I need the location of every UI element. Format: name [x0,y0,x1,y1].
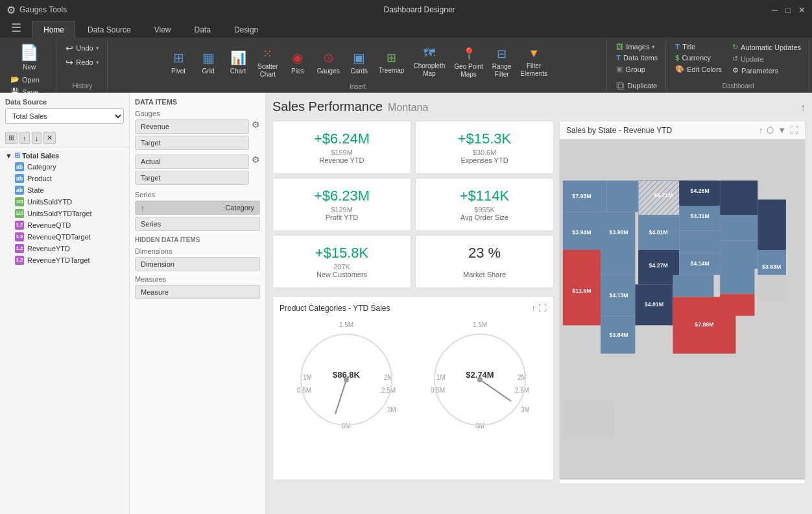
state-ak[interactable] [563,401,614,439]
measures-label: Measures [135,275,260,283]
currency-button[interactable]: $ Currency [671,53,726,63]
label-east: $3.83M [762,263,781,270]
state-nv[interactable] [601,212,635,275]
state-mo[interactable] [720,240,758,269]
gauge-panel-icons[interactable]: ↑ ⛶ [532,303,547,313]
tab-data[interactable]: Data [184,21,222,38]
tree-item-state[interactable]: ab State [5,184,124,196]
chart-button[interactable]: 📊 Chart [224,42,252,83]
tab-view[interactable]: View [143,21,182,38]
grid-button[interactable]: ▦ Grid [194,42,222,83]
rangefilter-button[interactable]: ⊟ RangeFilter [488,42,515,83]
gauge-settings-1-icon[interactable]: ⚙ [252,119,260,130]
gauge-revenue-item[interactable]: Revenue [135,119,249,134]
gauges-button[interactable]: ⊙ Gauges [313,42,344,83]
state-mn[interactable] [720,180,758,215]
tab-datasource[interactable]: Data Source [77,21,142,38]
series-category-item[interactable]: ↑ Category [135,201,260,215]
state-ok[interactable] [673,275,713,297]
state-east1[interactable] [758,250,786,275]
state-ne[interactable] [679,231,720,253]
state-ia[interactable] [720,215,758,241]
ribbon-menu-btn[interactable]: ☰ [11,21,21,35]
state-ar[interactable] [720,269,754,294]
item-label: Measure [141,288,169,296]
gauge-fullscreen-icon[interactable]: ⛶ [538,303,547,313]
undo-button[interactable]: ↩ Undo ▾ [62,42,102,55]
datasource-select[interactable]: Total Sales [5,108,124,124]
state-la[interactable] [720,294,754,316]
open-button[interactable]: 📂 Open [6,74,52,85]
tree-item-revenueqtd[interactable]: 1.2 RevenueQTD [5,219,124,231]
minimize-btn[interactable]: ─ [772,5,778,15]
tree-item-unitsytdtarget[interactable]: 123 UnitsSoldYTDTarget [5,208,124,219]
new-button[interactable]: 📄 New [6,42,52,73]
gauge-export-icon[interactable]: ↑ [532,303,536,313]
svg-text:1.5M: 1.5M [339,321,353,328]
redo-button[interactable]: ↪ Redo ▾ [62,56,102,69]
gauge-target2-item[interactable]: Target [135,171,249,185]
tree-root[interactable]: ▼ ⊞ Total Sales [5,150,124,161]
hidden-section-title: Hidden Data Items [135,236,260,243]
gauge-settings-2-icon[interactable]: ⚙ [252,154,260,165]
map-export-icon[interactable]: ↑ [759,125,763,135]
dimension-item[interactable]: Dimension [135,257,260,271]
cards-button[interactable]: ▣ Cards [345,42,374,83]
tree-item-category[interactable]: ab Category [5,161,124,173]
redo-dropdown[interactable]: ▾ [96,59,99,66]
filterelements-icon: ▼ [528,47,540,60]
toolbar-btn-2[interactable]: ↑ [19,132,30,144]
toolbar-btn-1[interactable]: ⊞ [5,132,18,144]
state-id[interactable] [607,180,638,212]
pies-button[interactable]: ◉ Pies [283,42,312,83]
close-btn[interactable]: ✕ [798,5,806,15]
map-layers-icon[interactable]: ⬡ [767,125,774,135]
scatter-button[interactable]: ⁙ ScatterChart [254,42,282,83]
map-filter-icon[interactable]: ▼ [778,125,786,135]
choropleth-button[interactable]: 🗺 ChoroplethMap [409,42,449,83]
svg-text:3M: 3M [387,406,396,413]
type-badge-123: 123 [15,197,24,206]
map-fullscreen-icon[interactable]: ⛶ [790,125,798,135]
tab-home[interactable]: Home [32,21,75,38]
autoupdate-button[interactable]: ↻ Automatic Updates [728,42,805,53]
item-label: Dimension [141,260,174,268]
type-badge-ab: ab [15,186,24,195]
item-label: State [27,186,44,194]
toolbar-btn-4[interactable]: ✕ [43,132,56,144]
update-button[interactable]: ↺ Update [728,53,805,64]
state-east2[interactable] [758,275,786,300]
pivot-icon: ⊞ [173,50,184,66]
group-button[interactable]: ▣ Group [612,64,649,75]
editcolors-button[interactable]: 🎨 Edit Colors [671,64,726,75]
kpi-sub: $955K [426,206,543,214]
gauge-target1-item[interactable]: Target [135,136,249,150]
textbox-button[interactable]: T Data Items [612,53,662,63]
toolbar-btn-3[interactable]: ↓ [32,132,42,144]
pivot-button[interactable]: ⊞ Pivot [164,42,193,83]
tab-design[interactable]: Design [223,21,269,38]
title-button[interactable]: T Title [671,42,726,52]
treemap-button[interactable]: ⊞ Treemap [375,42,409,83]
tree-item-unitsytd[interactable]: 123 UnitsSoldYTD [5,196,124,208]
currency-icon: $ [675,54,679,62]
new-icon: 📄 [19,43,39,62]
filterelements-button[interactable]: ▼ FilterElements [516,42,551,83]
parameters-button[interactable]: ⚙ Parameters [728,65,805,76]
images-button[interactable]: 🖼 Images ▾ [612,42,659,52]
tree-item-revenueqtdtarget[interactable]: 1.2 RevenueQTDTarget [5,231,124,243]
dashboard-export-icon[interactable]: ↑ [800,102,806,114]
maximize-btn[interactable]: □ [785,5,791,15]
tree-item-revenueytdtarget[interactable]: 1.2 RevenueYTDTarget [5,254,124,266]
dashboard-subtitle: Montana [388,102,428,114]
measure-item[interactable]: Measure [135,285,260,299]
series-series-item[interactable]: Series [135,217,260,231]
gauge-actual-item[interactable]: Actual [135,154,249,169]
undo-dropdown[interactable]: ▾ [96,45,99,51]
gauge-svg-1: 1.5M 2M 2.5M 1M 0.5M 0M 3M $86.8K [288,318,405,435]
images-dropdown[interactable]: ▾ [652,43,655,50]
state-il[interactable] [758,199,786,250]
tree-item-product[interactable]: ab Product [5,173,124,184]
geopoint-button[interactable]: 📍 Geo PointMaps [450,42,486,83]
tree-item-revenueytd[interactable]: 1.2 RevenueYTD [5,243,124,254]
